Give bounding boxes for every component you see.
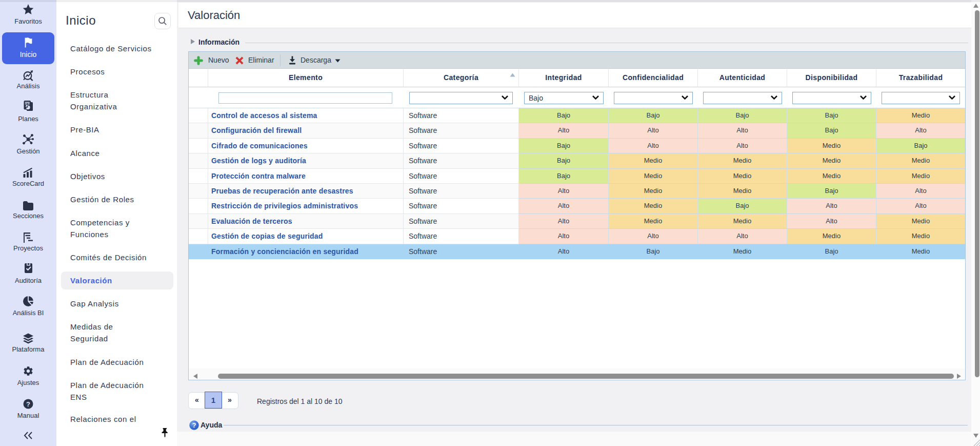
svg-text:?: ? (26, 400, 30, 408)
svg-text:?: ? (192, 422, 196, 429)
